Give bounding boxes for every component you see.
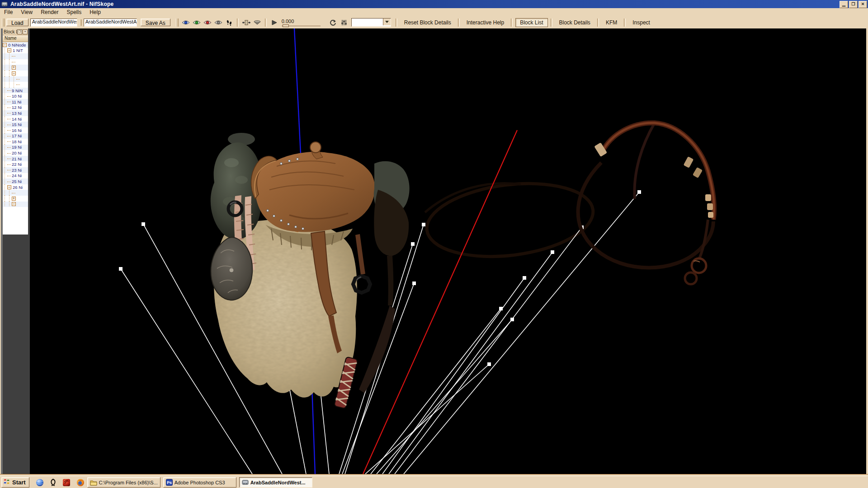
tree-row[interactable]: + [3,196,28,202]
tree-row[interactable]: − [3,202,28,207]
expand-expander-icon[interactable]: + [12,66,16,70]
flat-cone-icon[interactable] [253,19,262,26]
tree-guide-line [3,167,7,173]
tree-row[interactable]: 11 Ni [3,99,28,105]
internet-globe-icon[interactable] [36,479,44,487]
bone-marker[interactable] [119,267,123,271]
bone-marker[interactable] [411,242,415,246]
toolbar-button-kfm[interactable]: KFM [602,19,621,27]
tree-row[interactable]: −26 Ni [3,184,28,190]
tree-row[interactable]: 9 NiN [3,88,28,94]
firefox-icon[interactable] [76,479,85,487]
collapse-expander-icon[interactable]: − [7,48,11,52]
save-filename-field[interactable]: ArabSaddleNordWestArt.nif [84,19,137,27]
play-icon[interactable] [270,19,279,26]
close-button[interactable]: ✕ [859,1,867,8]
bone-marker[interactable] [523,276,526,280]
svg-text:Ps: Ps [167,480,172,485]
collapse-expander-icon[interactable]: − [12,202,16,206]
tree-row[interactable]: + [3,65,28,70]
name-column-header[interactable]: Name [3,35,28,42]
collapse-expander-icon[interactable]: − [7,185,11,189]
field-grip[interactable] [79,19,82,26]
tree-row[interactable] [3,53,28,59]
task-button-nifskope[interactable]: ArabSaddleNordWest... [239,477,312,488]
equalizer-icon[interactable] [340,19,349,26]
bone-marker[interactable] [551,250,554,254]
tree-row[interactable]: 13 Ni [3,110,28,116]
tree-row[interactable] [3,76,28,82]
bone-marker[interactable] [499,307,503,310]
bone-marker[interactable] [142,222,145,226]
eye-blue-icon[interactable] [181,19,190,26]
maximize-button[interactable]: ❐ [849,1,858,8]
red-app-icon[interactable] [62,479,71,487]
move-axis-icon[interactable] [242,19,251,26]
anim-slider[interactable] [282,24,321,26]
toolbar-grip[interactable] [2,19,5,27]
minimize-button[interactable]: ▁ [840,1,848,8]
tree-row[interactable] [3,190,28,196]
collapse-expander-icon[interactable]: − [3,43,7,47]
bone-marker[interactable] [422,223,425,226]
tree-row[interactable]: 22 Ni [3,161,28,167]
loop-icon[interactable] [329,19,338,26]
task-button-photoshop[interactable]: Ps Adobe Photoshop CS3 [163,477,236,488]
combo-dropdown-button[interactable] [383,19,391,25]
tree-guide-line [3,70,7,76]
collapse-expander-icon[interactable]: − [12,71,16,75]
bone-marker[interactable] [412,282,416,285]
toolbar-button-block-list[interactable]: Block List [515,18,547,27]
oblivion-icon[interactable] [50,479,57,487]
float-panel-icon[interactable]: ❐ [17,29,22,34]
toolbar-button-reset-block-details[interactable]: Reset Block Details [400,19,455,27]
tree-row[interactable]: 16 Ni [3,127,28,133]
tree-row[interactable]: 19 Ni [3,145,28,150]
toolbar-grip-2[interactable] [176,19,179,27]
eye-gray-icon[interactable] [214,19,223,26]
menu-render[interactable]: Render [37,8,62,16]
tree-row[interactable] [3,82,28,88]
tree-row[interactable]: 23 Ni [3,167,28,173]
tree-guide-line [3,156,7,162]
footprints-icon[interactable] [225,19,234,26]
anim-slider-handle[interactable] [283,24,289,27]
bone-marker[interactable] [510,318,514,321]
tree-row[interactable]: 25 Ni [3,178,28,184]
menu-help[interactable]: Help [85,8,105,16]
tree-row[interactable]: 15 Ni [3,122,28,127]
menu-spells[interactable]: Spells [63,8,86,16]
expand-expander-icon[interactable]: + [12,197,16,201]
render-viewport[interactable] [30,28,866,474]
menu-view[interactable]: View [17,8,37,16]
tree-row[interactable] [3,59,28,65]
bone-marker[interactable] [637,190,641,194]
tree-guide-line [3,139,7,145]
tree-row[interactable]: 17 Ni [3,133,28,139]
close-panel-icon[interactable]: × [23,29,28,34]
tree-row[interactable]: −1 NiT [3,48,28,54]
tree-row[interactable]: 20 Ni [3,150,28,156]
animation-select[interactable] [351,18,391,27]
eye-red-icon[interactable] [203,19,212,26]
task-button-explorer[interactable]: C:\Program Files (x86)\S... [87,477,160,488]
bone-marker[interactable] [487,362,491,366]
tree-row[interactable]: 21 Ni [3,156,28,162]
toolbar-button-inspect[interactable]: Inspect [628,19,654,27]
tree-row[interactable]: 12 Ni [3,105,28,111]
tree-row[interactable]: 10 Ni [3,93,28,99]
save-as-button[interactable]: Save As [141,19,170,26]
tree-row[interactable]: 18 Ni [3,139,28,145]
menu-file[interactable]: File [0,8,17,16]
toolbar-button-interactive-help[interactable]: Interactive Help [462,19,508,27]
toolbar-button-block-details[interactable]: Block Details [555,19,594,27]
tree-row[interactable]: − [3,70,28,76]
tree-row[interactable]: −0 NiNode [3,42,28,48]
tree-row[interactable]: 14 Ni [3,116,28,122]
eye-green-icon[interactable] [192,19,201,26]
start-button[interactable]: Start [1,477,29,488]
load-filename-field[interactable]: ArabSaddleNordWestArt.nif [30,19,77,27]
load-button[interactable]: Load [6,19,28,26]
tree-row[interactable]: 24 Ni [3,173,28,179]
taskbar: Start [0,476,868,488]
